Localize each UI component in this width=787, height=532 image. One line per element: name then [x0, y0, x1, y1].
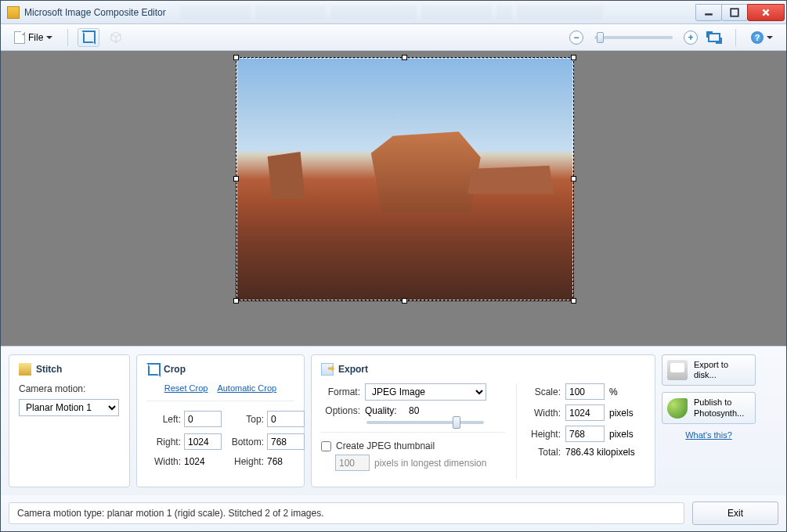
crop-top-label: Top: [229, 414, 267, 425]
stitch-icon [19, 363, 31, 376]
crop-height-label: Height: [229, 456, 267, 467]
crop-left-input[interactable] [184, 411, 222, 427]
options-label: Options: [321, 405, 360, 416]
status-bar: Camera motion type: planar motion 1 (rig… [1, 495, 786, 531]
export-width-label: Width: [526, 408, 561, 419]
crop-width-value: 1024 [184, 456, 229, 467]
export-to-disk-button[interactable]: Export to disk... [662, 354, 756, 386]
chevron-down-icon [767, 36, 773, 39]
total-label: Total: [526, 447, 561, 458]
crop-bottom-input[interactable] [267, 433, 305, 450]
fit-icon [708, 33, 720, 42]
exit-button[interactable]: Exit [692, 501, 778, 525]
app-window: Microsoft Image Composite Editor File − … [0, 0, 787, 532]
scale-unit: % [609, 386, 618, 397]
side-actions: Export to disk... Publish to Photosynth.… [662, 354, 756, 487]
reset-crop-link[interactable]: Reset Crop [164, 383, 208, 393]
window-title: Microsoft Image Composite Editor [24, 7, 166, 18]
thumbnail-size-label: pixels in longest dimension [374, 458, 486, 469]
photosynth-icon [667, 398, 688, 419]
fit-to-screen-button[interactable] [702, 28, 726, 47]
export-panel: Export Format: JPEG Image Options: Quali… [311, 354, 655, 487]
file-menu-button[interactable]: File [9, 28, 58, 47]
export-icon [321, 363, 334, 376]
crop-left-label: Left: [146, 414, 184, 425]
crop-bottom-label: Bottom: [229, 437, 267, 448]
quality-label: Quality: [365, 405, 397, 416]
status-text: Camera motion type: planar motion 1 (rig… [9, 502, 684, 524]
export-height-input[interactable] [565, 426, 605, 442]
window-controls [696, 4, 785, 21]
scale-input[interactable] [565, 383, 605, 400]
help-icon: ? [751, 31, 764, 44]
panels-row: Stitch Camera motion: Planar Motion 1 Cr… [1, 346, 786, 495]
crop-tool-button[interactable] [78, 28, 99, 47]
canvas-area[interactable] [1, 51, 786, 346]
disk-icon [667, 360, 688, 380]
zoom-out-button[interactable]: − [569, 31, 583, 45]
publish-photosynth-button[interactable]: Publish to Photosynth... [662, 392, 756, 423]
format-label: Format: [321, 386, 360, 397]
create-thumbnail-label: Create JPEG thumbnail [336, 440, 435, 451]
total-value: 786.43 kilopixels [565, 447, 635, 458]
quality-thumb[interactable] [453, 416, 460, 429]
export-width-input[interactable] [565, 404, 605, 421]
crop-title: Crop [164, 364, 186, 375]
automatic-crop-link[interactable]: Automatic Crop [217, 383, 276, 393]
help-menu-button[interactable]: ? [745, 28, 778, 47]
chevron-down-icon [46, 36, 52, 39]
file-label: File [28, 32, 43, 43]
height-unit: pixels [609, 429, 634, 440]
maximize-button[interactable] [721, 4, 748, 21]
file-icon [14, 31, 25, 44]
cube-icon [110, 31, 122, 44]
crop-height-value: 768 [267, 456, 312, 467]
crop-panel: Crop Reset Crop Automatic Crop Left: Top… [136, 354, 305, 487]
quality-slider[interactable] [366, 421, 484, 424]
camera-motion-label: Camera motion: [19, 383, 85, 394]
background-tabs [180, 5, 696, 20]
publish-label: Publish to Photosynth... [694, 397, 750, 418]
camera-motion-select[interactable]: Planar Motion 1 [19, 399, 119, 416]
stitched-image [236, 57, 574, 301]
cube-tool-button [104, 28, 128, 47]
create-thumbnail-checkbox[interactable] [321, 441, 331, 451]
thumbnail-size-input [335, 455, 370, 471]
zoom-thumb[interactable] [597, 32, 604, 43]
crop-width-label: Width: [146, 456, 184, 467]
titlebar: Microsoft Image Composite Editor [1, 1, 786, 24]
zoom-slider[interactable] [594, 36, 673, 39]
whats-this-link[interactable]: What's this? [662, 430, 756, 440]
minimize-button[interactable] [695, 4, 722, 21]
export-title: Export [338, 364, 368, 375]
image-preview[interactable] [236, 57, 574, 301]
crop-right-label: Right: [146, 437, 184, 448]
app-icon [7, 6, 20, 19]
stitch-title: Stitch [36, 364, 62, 375]
crop-top-input[interactable] [267, 411, 305, 427]
export-to-disk-label: Export to disk... [694, 360, 750, 380]
quality-value: 80 [409, 405, 419, 416]
width-unit: pixels [609, 408, 634, 419]
crop-right-input[interactable] [184, 433, 222, 450]
close-button[interactable] [747, 4, 785, 21]
crop-icon [83, 32, 94, 43]
scale-label: Scale: [526, 386, 561, 397]
crop-panel-icon [146, 363, 159, 376]
format-select[interactable]: JPEG Image [365, 383, 486, 401]
zoom-in-button[interactable]: + [684, 31, 698, 45]
toolbar: File − + ? [1, 24, 786, 51]
svg-rect-1 [731, 9, 738, 16]
export-height-label: Height: [526, 429, 561, 440]
stitch-panel: Stitch Camera motion: Planar Motion 1 [9, 354, 130, 487]
